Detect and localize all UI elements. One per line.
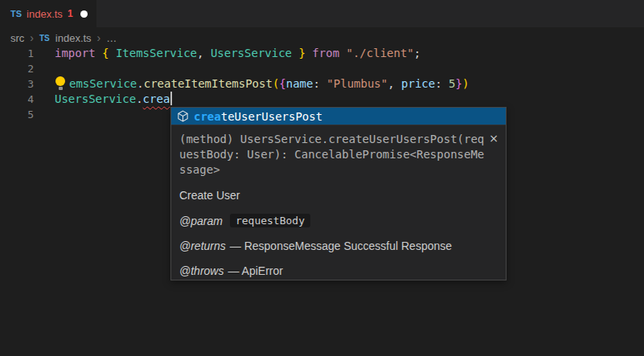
- code-token-punct: :: [313, 77, 326, 90]
- code-token-type: emsService: [69, 77, 137, 90]
- code-token-property: name: [286, 77, 314, 90]
- code-line[interactable]: 1import { ItemsService, UsersService } f…: [0, 46, 644, 61]
- suggestion-item-selected[interactable]: createUserUsersPost: [171, 108, 506, 125]
- method-signature-line: (method) UsersService.createUserUsersPos…: [179, 132, 498, 147]
- code-token-property: price: [401, 77, 435, 90]
- line-number: 5: [0, 107, 34, 122]
- tab-filename: index.ts: [27, 8, 63, 20]
- code-token-punct: .: [136, 92, 142, 105]
- code-token-keyword: import: [55, 47, 96, 59]
- code-line[interactable]: 2: [0, 61, 644, 76]
- code-token-error-partial: crea: [143, 92, 170, 105]
- code-token-bracket-gold: ): [462, 77, 469, 90]
- chevron-right-icon: ›: [97, 32, 101, 43]
- symbol-method-icon: [177, 110, 189, 122]
- breadcrumb-item-src[interactable]: src: [10, 32, 24, 44]
- line-number: 1: [0, 46, 34, 61]
- code-token-bracket-pink: {: [279, 77, 285, 90]
- tag-text: — ResponseMessage Successful Response: [230, 239, 452, 252]
- code-token-type: UsersService: [211, 47, 292, 59]
- code-token-type: UsersService: [55, 92, 136, 105]
- chevron-right-icon: ›: [30, 32, 34, 43]
- line-number: 3: [0, 76, 34, 92]
- tab-error-count: 1: [68, 8, 73, 19]
- line-number: 4: [0, 92, 34, 107]
- code-text: import { ItemsService, UsersService } fr…: [55, 46, 420, 61]
- doc-description: Create User: [179, 189, 498, 202]
- breadcrumb: src › TS index.ts › …: [10, 31, 117, 45]
- tag-label: @param: [179, 215, 223, 227]
- code-token-punct: ;: [414, 47, 420, 59]
- doc-tag-throws: @throws — ApiError: [179, 264, 498, 277]
- code-token-type: ItemsService: [109, 47, 197, 59]
- typescript-file-icon: TS: [39, 34, 50, 43]
- breadcrumb-item-symbol[interactable]: …: [106, 32, 117, 44]
- line-number: 2: [0, 61, 34, 76]
- suggestion-docs-panel: × (method) UsersService.createUserUsersP…: [171, 125, 506, 280]
- code-token-string: "./client": [347, 47, 414, 59]
- code-token-punct: :: [435, 77, 449, 90]
- tag-text: — ApiError: [228, 264, 282, 277]
- code-token-punct: [339, 47, 346, 59]
- code-token-string: "Plumbus": [326, 77, 388, 90]
- code-token-bracket-pink: }: [456, 77, 462, 90]
- tab-bar: TS index.ts 1: [0, 0, 644, 27]
- doc-tag-returns: @returns — ResponseMessage Successful Re…: [179, 239, 498, 252]
- code-token-bracket-gold: }: [298, 47, 305, 59]
- suggestion-rest-text: teUserUsersPost: [221, 110, 322, 123]
- param-name-chip: requestBody: [230, 214, 310, 227]
- suggestion-label: createUserUsersPost: [194, 110, 322, 123]
- code-text: UsersService.crea: [55, 92, 172, 107]
- tag-label: @returns: [179, 239, 226, 252]
- doc-tag-param: @param requestBody: [179, 214, 498, 227]
- text-cursor: [170, 92, 172, 105]
- code-token-function: createItemItemsPost: [144, 77, 273, 90]
- breadcrumb-item-file[interactable]: index.ts: [55, 32, 92, 44]
- tag-label: @throws: [179, 264, 224, 277]
- suggestion-match-text: crea: [194, 110, 221, 123]
- typescript-file-icon: TS: [10, 9, 22, 18]
- close-icon[interactable]: ×: [489, 133, 498, 144]
- code-token-number: 5: [449, 77, 455, 90]
- code-token-punct: ,: [388, 77, 401, 90]
- code-text: emsService.createItemItemsPost({name: "P…: [55, 76, 469, 92]
- code-token-punct: .: [137, 77, 143, 90]
- code-token-punct: [96, 47, 102, 59]
- dirty-indicator-icon[interactable]: [80, 10, 88, 18]
- code-token-keyword: from: [312, 47, 339, 59]
- method-signature-line: ssage>: [179, 162, 498, 178]
- lightbulb-icon[interactable]: [55, 78, 69, 89]
- code-line[interactable]: 4UsersService.crea: [0, 92, 644, 107]
- intellisense-popup: createUserUsersPost × (method) UsersServ…: [170, 107, 507, 280]
- tab-index-ts[interactable]: TS index.ts 1: [0, 0, 96, 27]
- method-signature-line: uestBody: User): CancelablePromise<Respo…: [179, 147, 498, 162]
- code-line[interactable]: 3emsService.createItemItemsPost({name: "…: [0, 76, 644, 92]
- code-token-punct: ,: [197, 47, 211, 59]
